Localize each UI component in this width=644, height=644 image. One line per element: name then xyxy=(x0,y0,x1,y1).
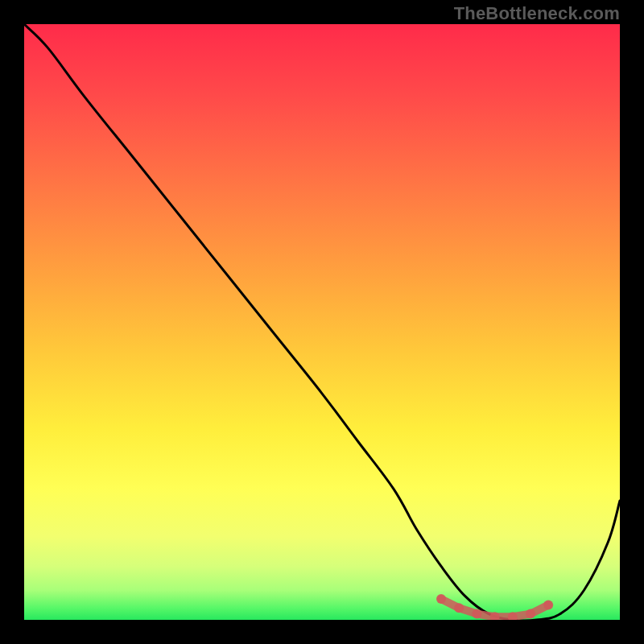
plot-area xyxy=(24,24,620,620)
chart-svg xyxy=(24,24,620,620)
marker-dot xyxy=(472,609,481,619)
marker-dot xyxy=(526,609,535,619)
watermark: TheBottleneck.com xyxy=(454,3,620,24)
optimal-zone-markers xyxy=(436,594,553,620)
marker-dot xyxy=(436,594,446,604)
marker-dot xyxy=(543,601,553,610)
bottleneck-curve xyxy=(24,24,620,620)
chart-frame: TheBottleneck.com xyxy=(0,0,644,644)
marker-dot xyxy=(454,603,464,613)
